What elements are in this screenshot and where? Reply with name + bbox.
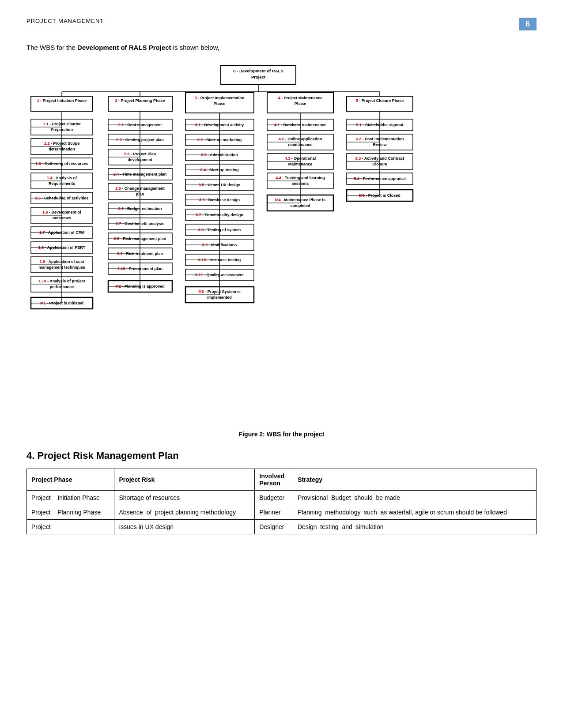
svg-text:1 - Project Initiation Phase: 1 - Project Initiation Phase: [37, 98, 87, 103]
svg-text:5 - Project Closure Phase: 5 - Project Closure Phase: [356, 98, 404, 103]
risk-table: Project Phase Project Risk InvolvedPerso…: [26, 469, 537, 534]
col-header-person: InvolvedPerson: [255, 469, 293, 491]
page: PROJECT MANAGEMENT 6 The WBS for the Dev…: [0, 0, 563, 728]
svg-text:0 - Development of RALS: 0 - Development of RALS: [233, 68, 283, 73]
row3-phase: Project: [27, 520, 114, 534]
wbs-diagram-container: 0 - Development of RALS Project 1 - Proj…: [26, 62, 537, 424]
svg-text:implemented: implemented: [207, 295, 232, 300]
row1-strategy: Provisional Budget should be made: [293, 491, 537, 505]
col-header-phase: Project Phase: [27, 469, 114, 491]
col-header-strategy: Strategy: [293, 469, 537, 491]
section-heading: 4. Project Risk Management Plan: [26, 450, 537, 462]
page-number: 6: [519, 18, 537, 30]
wbs-svg: 0 - Development of RALS Project 1 - Proj…: [26, 62, 537, 424]
row3-strategy: Design testing and simulation: [293, 520, 537, 534]
svg-text:2 - Project Planning Phase: 2 - Project Planning Phase: [115, 98, 165, 103]
row1-person: Budgeter: [255, 491, 293, 505]
row3-risk: Issues in UX design: [114, 520, 255, 534]
row2-risk: Absence of project planning methodology: [114, 505, 255, 520]
row2-person: Planner: [255, 505, 293, 520]
svg-text:4 - Project Maintenance: 4 - Project Maintenance: [278, 96, 323, 100]
intro-bold: Development of RALS Project: [77, 44, 171, 51]
page-header: PROJECT MANAGEMENT 6: [26, 18, 537, 30]
row1-phase: Project Initiation Phase: [27, 491, 114, 505]
svg-text:3 - Project Implementation: 3 - Project Implementation: [195, 96, 245, 100]
col-header-risk: Project Risk: [114, 469, 255, 491]
row2-phase: Project Planning Phase: [27, 505, 114, 520]
table-row: Project Initiation Phase Shortage of res…: [27, 491, 537, 505]
intro-text-end: is shown below,: [171, 44, 219, 51]
svg-text:Phase: Phase: [295, 101, 306, 106]
figure-caption: Figure 2: WBS for the project: [26, 431, 537, 438]
table-row: Project Planning Phase Absence of projec…: [27, 505, 537, 520]
svg-text:Phase: Phase: [214, 101, 226, 106]
svg-text:completed: completed: [290, 203, 310, 208]
row1-risk: Shortage of resources: [114, 491, 255, 505]
intro-paragraph: The WBS for the Development of RALS Proj…: [26, 44, 537, 51]
row3-person: Designer: [255, 520, 293, 534]
page-title: PROJECT MANAGEMENT: [26, 18, 104, 24]
table-row: Project Issues in UX design Designer Des…: [27, 520, 537, 534]
intro-text-start: The WBS for the: [26, 44, 77, 51]
svg-text:Project: Project: [251, 75, 266, 79]
row2-strategy: Planning methodology such as waterfall, …: [293, 505, 537, 520]
